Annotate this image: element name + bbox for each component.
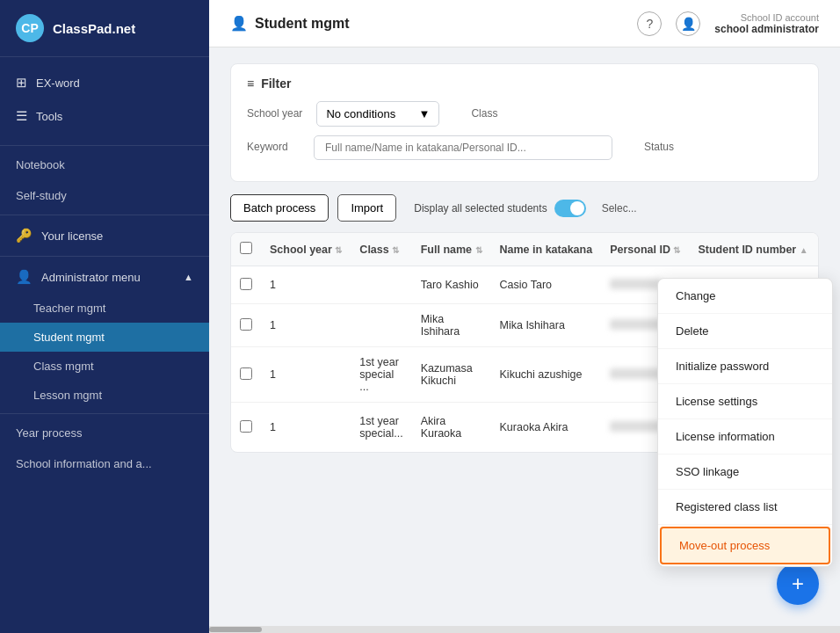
cell-class bbox=[351, 266, 411, 304]
cell-school-year: 1 bbox=[261, 304, 351, 347]
cell-full-name: Kazumasa Kikuchi bbox=[412, 347, 491, 403]
school-year-label: School year bbox=[247, 107, 302, 121]
sort-personal-id-icon[interactable]: ⇅ bbox=[673, 245, 680, 255]
admin-role-label: school administrator bbox=[714, 23, 819, 35]
row-checkbox-cell bbox=[231, 266, 261, 304]
import-button[interactable]: Import bbox=[337, 194, 396, 222]
logo[interactable]: CP ClassPad.net bbox=[0, 0, 209, 57]
status-label: Status bbox=[644, 141, 697, 155]
page-title: 👤 Student mgmt bbox=[230, 15, 350, 32]
cell-full-name: Akira Kuraoka bbox=[412, 403, 491, 453]
sidebar-item-tools-label: Tools bbox=[36, 110, 62, 123]
dropdown-chevron-icon: ▼ bbox=[419, 107, 431, 120]
th-full-name: Full name ⇅ bbox=[412, 233, 491, 266]
th-checkbox bbox=[231, 233, 261, 266]
filter-row-school-year: School year No conditions ▼ Class bbox=[247, 101, 802, 127]
cell-full-name: Mika Ishihara bbox=[412, 304, 491, 347]
context-menu-item-delete[interactable]: Delete bbox=[658, 314, 832, 349]
context-menu: Change Delete Initialize password Licens… bbox=[657, 278, 833, 567]
select-all-checkbox[interactable] bbox=[240, 242, 252, 254]
sidebar-divider-2 bbox=[0, 215, 209, 215]
user-avatar[interactable]: 👤 bbox=[676, 11, 700, 36]
context-menu-item-change[interactable]: Change bbox=[658, 279, 832, 314]
selected-count-label: Selec... bbox=[602, 202, 637, 215]
th-student-id: Student ID number ▲ bbox=[689, 233, 816, 266]
row-checkbox[interactable] bbox=[240, 318, 252, 331]
scrollbar-thumb bbox=[209, 627, 262, 632]
sidebar-item-admin-menu[interactable]: 👤 Administrator menu ▲ bbox=[0, 260, 209, 294]
logo-text: ClassPad.net bbox=[53, 21, 135, 36]
admin-icon: 👤 bbox=[16, 269, 33, 285]
filter-icon: ≡ bbox=[247, 76, 254, 91]
keyword-label: Keyword bbox=[247, 141, 300, 155]
add-student-button[interactable]: + bbox=[777, 563, 819, 605]
cell-school-year: 1 bbox=[261, 266, 351, 304]
sidebar-item-year-process[interactable]: Year process bbox=[0, 418, 209, 448]
main-content: 👤 Student mgmt ? 👤 School ID account sch… bbox=[209, 0, 840, 633]
row-checkbox-cell bbox=[231, 347, 261, 403]
context-menu-item-license-information[interactable]: License information bbox=[658, 419, 832, 455]
cell-katakana: Casio Taro bbox=[491, 266, 602, 304]
sidebar-item-student-mgmt[interactable]: Student mgmt bbox=[0, 323, 209, 352]
table-header-row: School year ⇅ Class ⇅ Full name ⇅ Name i… bbox=[231, 233, 819, 266]
cell-school-year: 1 bbox=[261, 347, 351, 403]
table-controls: Batch process Import Display all selecte… bbox=[230, 194, 819, 222]
sidebar-divider-3 bbox=[0, 256, 209, 257]
row-checkbox-cell bbox=[231, 403, 261, 453]
horizontal-scrollbar[interactable] bbox=[209, 626, 840, 633]
sort-class-icon[interactable]: ⇅ bbox=[392, 245, 399, 255]
school-id-label: School ID account bbox=[714, 12, 819, 23]
row-checkbox[interactable] bbox=[240, 278, 252, 290]
sort-fullname-icon[interactable]: ⇅ bbox=[475, 245, 482, 255]
sidebar: CP ClassPad.net ⊞ EX-word ☰ Tools Notebo… bbox=[0, 0, 209, 633]
context-menu-item-sso-linkage[interactable]: SSO linkage bbox=[658, 455, 832, 490]
cell-class bbox=[351, 304, 411, 347]
sidebar-top-section: ⊞ EX-word ☰ Tools bbox=[0, 57, 209, 142]
sidebar-item-school-info[interactable]: School information and a... bbox=[0, 448, 209, 479]
sort-school-year-icon[interactable]: ⇅ bbox=[335, 245, 342, 255]
context-menu-item-move-out-process[interactable]: Move-out process bbox=[660, 527, 830, 564]
display-toggle-switch[interactable] bbox=[554, 200, 586, 217]
context-menu-item-license-settings[interactable]: License settings bbox=[658, 384, 832, 419]
topbar: 👤 Student mgmt ? 👤 School ID account sch… bbox=[209, 0, 840, 47]
school-year-select[interactable]: No conditions ▼ bbox=[316, 101, 439, 127]
topbar-right: ? 👤 School ID account school administrat… bbox=[637, 11, 819, 36]
th-school-year: School year ⇅ bbox=[261, 233, 351, 266]
th-personal-id: Personal ID ⇅ bbox=[601, 233, 689, 266]
sidebar-item-self-study[interactable]: Self-study bbox=[0, 180, 209, 211]
sidebar-item-tools[interactable]: ☰ Tools bbox=[0, 99, 209, 133]
keyword-input[interactable] bbox=[314, 135, 612, 160]
tools-icon: ☰ bbox=[16, 108, 27, 124]
cell-class: 1st year special... bbox=[351, 403, 411, 453]
filter-header: ≡ Filter bbox=[247, 76, 802, 91]
cell-katakana: Mika Ishihara bbox=[491, 304, 602, 347]
logo-icon: CP bbox=[16, 14, 44, 42]
help-button[interactable]: ? bbox=[637, 11, 662, 36]
grid-icon: ⊞ bbox=[16, 75, 27, 91]
context-menu-item-registered-class-list[interactable]: Registered class list bbox=[658, 490, 832, 525]
sidebar-item-class-mgmt[interactable]: Class mgmt bbox=[0, 352, 209, 381]
cell-katakana: Kuraoka Akira bbox=[491, 403, 602, 453]
sidebar-item-lesson-mgmt[interactable]: Lesson mgmt bbox=[0, 381, 209, 410]
content-area: ≡ Filter School year No conditions ▼ Cla… bbox=[209, 47, 840, 626]
cell-school-year: 1 bbox=[261, 403, 351, 453]
cell-katakana: Kikuchi azushige bbox=[491, 347, 602, 403]
sidebar-divider-4 bbox=[0, 413, 209, 414]
context-menu-item-initialize-password[interactable]: Initialize password bbox=[658, 349, 832, 384]
sidebar-item-notebook[interactable]: Notebook bbox=[0, 149, 209, 180]
row-checkbox-cell bbox=[231, 304, 261, 347]
row-checkbox[interactable] bbox=[240, 367, 252, 380]
sidebar-item-teacher-mgmt[interactable]: Teacher mgmt bbox=[0, 294, 209, 323]
sidebar-item-ex-word[interactable]: ⊞ EX-word bbox=[0, 66, 209, 99]
sort-student-id-icon[interactable]: ▲ bbox=[800, 245, 808, 255]
row-checkbox[interactable] bbox=[240, 420, 252, 433]
class-label-filter: Class bbox=[471, 107, 506, 121]
sidebar-item-ex-word-label: EX-word bbox=[36, 76, 80, 90]
sidebar-item-your-license[interactable]: 🔑 Your license bbox=[0, 219, 209, 252]
th-status: Status bbox=[817, 233, 819, 266]
key-icon: 🔑 bbox=[16, 228, 33, 244]
sidebar-divider-1 bbox=[0, 145, 209, 146]
account-info: School ID account school administrator bbox=[714, 12, 819, 35]
batch-process-button[interactable]: Batch process bbox=[230, 194, 329, 222]
cell-class: 1st year special ... bbox=[351, 347, 411, 403]
